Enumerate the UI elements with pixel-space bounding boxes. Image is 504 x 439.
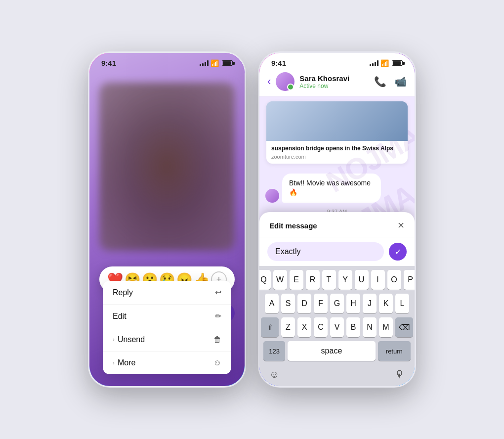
- key-D[interactable]: D: [297, 294, 311, 313]
- message-text-1: Btw!! Movie was awesome 🔥: [289, 179, 371, 197]
- header-actions: 📞 📹: [374, 76, 407, 88]
- emoji-keyboard-icon[interactable]: ☺: [269, 369, 279, 380]
- key-P[interactable]: P: [404, 270, 415, 290]
- signal-icon-right: [370, 60, 378, 66]
- edit-message-input[interactable]: [267, 242, 384, 261]
- edit-send-button[interactable]: ✓: [389, 243, 407, 261]
- wifi-icon: 📶: [210, 59, 219, 67]
- key-T[interactable]: T: [322, 270, 336, 290]
- more-label: More: [118, 358, 135, 367]
- left-phone: 9:41 📶 ❤️ 😆 😮: [88, 51, 246, 388]
- video-icon[interactable]: 📹: [394, 76, 407, 88]
- unsend-icon: 🗑: [213, 335, 221, 344]
- key-Q[interactable]: Q: [259, 270, 271, 290]
- link-card-image: [266, 101, 408, 141]
- time-left: 9:41: [101, 59, 116, 67]
- key-L[interactable]: L: [395, 294, 409, 313]
- battery-icon-right: [392, 60, 403, 66]
- key-V[interactable]: V: [330, 317, 344, 337]
- space-key[interactable]: space: [288, 341, 375, 361]
- context-menu-edit[interactable]: Edit ✏: [103, 305, 231, 328]
- key-W[interactable]: W: [273, 270, 287, 290]
- keyboard-bottom-bar: ☺ 🎙: [261, 365, 413, 384]
- shift-key[interactable]: ⇧: [261, 317, 279, 337]
- key-N[interactable]: N: [363, 317, 377, 337]
- contact-name: Sara Khosravi: [299, 74, 369, 83]
- status-bar-left: 9:41 📶: [89, 53, 245, 67]
- edit-label: Edit: [113, 312, 126, 321]
- link-card-content: suspension bridge opens in the Swiss Alp…: [266, 141, 408, 164]
- key-Y[interactable]: Y: [338, 270, 352, 290]
- key-R[interactable]: R: [306, 270, 320, 290]
- unsend-arrow: ›: [113, 336, 115, 343]
- key-B[interactable]: B: [346, 317, 360, 337]
- status-bar-right: 9:41 📶: [259, 53, 415, 67]
- keyboard-row-3: ⇧ Z X C V B N M ⌫: [261, 317, 413, 337]
- key-K[interactable]: K: [379, 294, 393, 313]
- key-U[interactable]: U: [355, 270, 369, 290]
- status-icons-right: 📶: [370, 59, 403, 67]
- context-menu: Reply ↩ Edit ✏ › Unsend 🗑 ›: [103, 281, 231, 374]
- context-menu-more[interactable]: › More ☺: [103, 351, 231, 374]
- link-card-domain: zoomture.com: [271, 154, 403, 160]
- key-Z[interactable]: Z: [281, 317, 295, 337]
- key-G[interactable]: G: [330, 294, 344, 313]
- link-preview-card[interactable]: suspension bridge opens in the Swiss Alp…: [266, 101, 408, 164]
- key-O[interactable]: O: [387, 270, 401, 290]
- battery-icon: [222, 60, 233, 66]
- back-button[interactable]: ‹: [267, 75, 271, 88]
- return-key[interactable]: return: [378, 341, 411, 361]
- context-menu-unsend[interactable]: › Unsend 🗑: [103, 328, 231, 351]
- key-E[interactable]: E: [290, 270, 303, 290]
- edit-icon: ✏: [215, 311, 221, 321]
- key-F[interactable]: F: [314, 294, 328, 313]
- contact-status: Active now: [299, 83, 369, 89]
- reply-label: Reply: [113, 288, 133, 297]
- keyboard-row-1: Q W E R T Y U I O P: [261, 270, 413, 290]
- message-row-1: Btw!! Movie was awesome 🔥: [265, 174, 409, 203]
- more-icon: ☺: [213, 358, 221, 367]
- message-avatar-1: [265, 189, 279, 203]
- mic-keyboard-icon[interactable]: 🎙: [395, 369, 405, 380]
- context-menu-reply[interactable]: Reply ↩: [103, 281, 231, 305]
- key-I[interactable]: I: [371, 270, 385, 290]
- edit-message-modal: Edit message ✕ ✓ Q W E R: [259, 212, 415, 386]
- wifi-icon-right: 📶: [380, 59, 389, 67]
- unsend-label: Unsend: [118, 335, 145, 344]
- right-phone: NOJMA NOJMA NOJMA 9:41 📶: [258, 51, 416, 388]
- status-icons-left: 📶: [200, 59, 233, 67]
- edit-input-row: ✓: [259, 237, 415, 266]
- message-bubble-1: Btw!! Movie was awesome 🔥: [282, 174, 381, 203]
- key-X[interactable]: X: [297, 317, 311, 337]
- key-A[interactable]: A: [265, 294, 279, 313]
- keyboard-row-2: A S D F G H J K L: [261, 294, 413, 313]
- keyboard[interactable]: Q W E R T Y U I O P A S: [259, 266, 415, 386]
- chat-header: ‹ Sara Khosravi Active now 📞 📹: [259, 67, 415, 96]
- phone-icon[interactable]: 📞: [374, 76, 386, 88]
- backspace-key[interactable]: ⌫: [395, 317, 413, 337]
- contact-avatar: [276, 72, 294, 91]
- key-J[interactable]: J: [363, 294, 377, 313]
- blurred-background: [99, 83, 235, 251]
- key-S[interactable]: S: [281, 294, 295, 313]
- key-C[interactable]: C: [314, 317, 328, 337]
- edit-modal-close-button[interactable]: ✕: [397, 220, 405, 231]
- more-arrow: ›: [113, 359, 115, 366]
- key-M[interactable]: M: [379, 317, 393, 337]
- send-checkmark-icon: ✓: [395, 247, 401, 257]
- num-key[interactable]: 123: [263, 341, 285, 361]
- reply-icon: ↩: [215, 288, 221, 297]
- contact-info: Sara Khosravi Active now: [299, 74, 369, 89]
- keyboard-bottom-row: 123 space return: [261, 341, 413, 361]
- key-H[interactable]: H: [346, 294, 360, 313]
- time-right: 9:41: [271, 59, 286, 67]
- link-card-title: suspension bridge opens in the Swiss Alp…: [271, 145, 403, 153]
- edit-modal-title: Edit message: [269, 221, 317, 230]
- signal-icon: [200, 60, 209, 66]
- edit-modal-header: Edit message ✕: [259, 212, 415, 237]
